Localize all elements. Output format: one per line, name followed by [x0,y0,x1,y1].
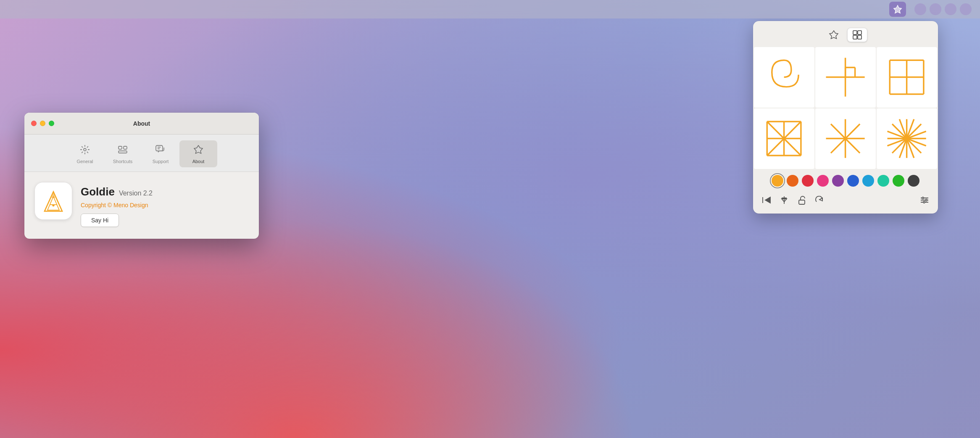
color-orange[interactable] [787,175,798,187]
grid2-icon [760,114,808,163]
tab-support[interactable]: Support [142,140,179,167]
svg-marker-55 [819,198,822,201]
unlock-tool[interactable] [795,193,809,207]
menubar-dot-2 [930,3,941,15]
panel-tab-goldie[interactable] [824,28,844,42]
tab-shortcuts[interactable]: Shortcuts [104,140,142,167]
support-label: Support [153,159,169,164]
svg-point-2 [84,148,86,151]
svg-marker-13 [830,31,838,39]
svg-rect-16 [853,35,857,39]
menubar-dot-3 [945,3,956,15]
redo-icon [815,196,824,204]
color-teal[interactable] [877,175,889,187]
general-icon [79,144,91,157]
sliders-tool[interactable] [918,193,931,207]
color-row [753,169,938,191]
panel-tabs [753,21,938,47]
panel-tab-layout[interactable] [847,28,867,42]
svg-rect-14 [853,31,857,34]
support-icon [155,144,166,157]
window-maximize-button[interactable] [49,121,54,126]
window-minimize-button[interactable] [40,121,45,126]
align-icon [780,196,789,204]
say-hi-button[interactable]: Say Hi [81,214,119,227]
svg-marker-50 [765,197,770,203]
menubar-system-icons [914,3,972,15]
app-info: Goldie Version 2.2 Copyright © Meno Desi… [81,182,153,227]
pattern-grid3[interactable] [877,47,937,108]
pattern-star8[interactable] [877,108,937,169]
panel-goldie-icon [829,30,839,40]
right-panel [753,21,938,214]
svg-rect-6 [156,145,163,151]
color-yellow[interactable] [772,175,783,187]
about-icon [192,144,204,157]
pattern-grid2[interactable] [754,108,814,169]
app-icon-container [34,182,72,220]
step-back-tool[interactable] [760,193,773,207]
window-controls [31,121,54,126]
color-purple[interactable] [832,175,844,187]
redo-tool[interactable] [813,193,826,207]
menubar-goldie-button[interactable] [889,2,906,17]
menubar-dot-4 [960,3,972,15]
svg-rect-15 [858,31,861,34]
shortcuts-label: Shortcuts [113,159,132,164]
pattern-x4[interactable] [815,108,876,169]
pattern-cross[interactable] [815,47,876,108]
window-titlebar: About [24,113,259,135]
svg-rect-17 [858,35,861,39]
about-window: About General Shortcuts [24,113,259,239]
app-icon [34,182,72,220]
window-close-button[interactable] [31,121,37,126]
panel-layout-icon [852,30,862,40]
general-label: General [76,159,93,164]
star8-icon [883,114,931,163]
svg-rect-3 [119,146,122,149]
x4-icon [821,114,869,163]
color-cyan[interactable] [862,175,874,187]
svg-rect-54 [799,200,805,204]
copyright-author: Meno Design [113,202,148,208]
menubar-dot-1 [914,3,926,15]
color-dark[interactable] [908,175,919,187]
app-name-row: Goldie Version 2.2 [81,185,153,198]
svg-point-60 [925,199,927,201]
svg-point-59 [922,197,924,199]
step-back-icon [762,196,771,204]
app-version: Version 2.2 [119,190,153,197]
tab-general[interactable]: General [66,140,104,167]
color-red[interactable] [802,175,814,187]
app-copyright: Copyright © Meno Design [81,202,153,208]
menubar [0,0,980,18]
panel-toolbar [753,191,938,207]
about-label: About [192,159,205,164]
copyright-text: Copyright © [81,202,112,208]
svg-rect-5 [119,151,127,153]
color-pink[interactable] [817,175,829,187]
spiral-icon [760,53,808,101]
shortcuts-icon [117,144,129,157]
svg-rect-4 [124,146,127,149]
tab-about[interactable]: About [179,140,217,167]
svg-point-61 [923,201,925,203]
goldie-menubar-icon [893,5,902,14]
unlock-icon [798,195,806,205]
window-content: Goldie Version 2.2 Copyright © Meno Desi… [24,172,259,239]
align-tool[interactable] [777,193,791,207]
pattern-spiral[interactable] [754,47,814,108]
sliders-icon [920,196,929,204]
pattern-grid [754,47,937,169]
color-blue[interactable] [847,175,859,187]
panel-tools-left [760,193,826,207]
app-name: Goldie [81,185,115,198]
goldie-app-icon-svg [39,186,68,216]
grid3-icon [883,53,931,101]
window-toolbar: General Shortcuts [24,135,259,172]
color-green[interactable] [893,175,904,187]
window-title: About [133,120,150,127]
cross-icon [821,53,869,101]
